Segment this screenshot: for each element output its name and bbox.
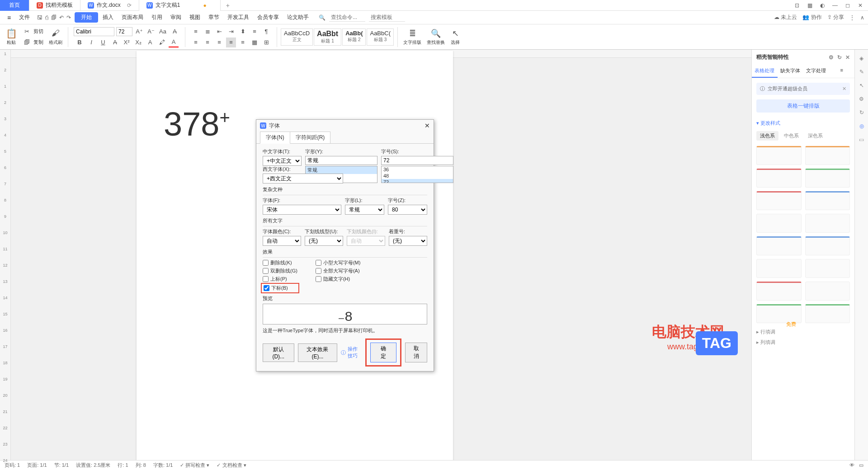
indent-icon[interactable]: ⇥ [226,27,236,37]
text-effect-icon[interactable]: A [145,38,155,47]
view-mode-icon[interactable]: ▭ [859,462,863,468]
style-thumb[interactable] [756,236,802,255]
style-thumb[interactable] [805,236,850,255]
expand-icon[interactable]: ∧ [860,14,864,21]
side-tab-more[interactable]: ≡ [829,65,854,78]
section-col-fill[interactable]: ▸ 列填调 [752,337,854,348]
menu-paper[interactable]: 论文助手 [283,12,312,23]
color-tab-mid[interactable]: 中色系 [780,131,802,141]
cancel-button[interactable]: 取消 [405,343,427,362]
check-smallcaps[interactable]: 小型大写字母(M) [316,259,361,266]
outdent-icon[interactable]: ⇤ [214,27,224,37]
section-change-style[interactable]: ▾ 更改样式 [752,117,854,129]
undo-icon[interactable]: ↶ [59,14,64,21]
menu-layout[interactable]: 页面布局 [118,12,147,23]
superscript-icon[interactable]: X² [122,38,132,47]
style-thumb[interactable] [805,214,850,233]
coop-button[interactable]: 👥 协作 [802,14,821,21]
dialog-close-icon[interactable]: ✕ [425,122,430,129]
clear-format-icon[interactable]: A̶ [170,27,179,37]
font-color-icon[interactable]: A [169,38,179,47]
complex-style-select[interactable]: 常规 [345,205,384,215]
rail-book-icon[interactable]: ▭ [859,136,864,143]
print-preview-icon[interactable]: 🗐 [51,14,57,21]
style-normal[interactable]: AaBbCcD正文 [281,28,313,46]
font-size-select[interactable] [116,27,132,36]
rail-cursor-icon[interactable]: ↖ [859,82,864,89]
ok-button[interactable]: 确定 [370,343,396,362]
style-input[interactable] [305,156,377,165]
distribute-icon[interactable]: ≡ [238,38,248,47]
text-effect-button[interactable]: 文本效果(E)... [298,343,338,362]
refresh-icon[interactable]: ↻ [837,54,842,61]
style-heading3[interactable]: AaBbC(标题 3 [367,28,394,46]
save-icon[interactable]: 🖫 [37,14,42,21]
side-close-icon[interactable]: ✕ [845,54,850,61]
bullets-icon[interactable]: ≡ [191,27,201,37]
menu-vip[interactable]: 会员专享 [254,12,283,23]
status-spell[interactable]: ✓ 拼写检查 ▾ [180,462,209,469]
style-thumb[interactable] [756,214,802,233]
vip-banner[interactable]: ⓘ 立即开通超级会员 ✕ [756,83,850,95]
check-dstrike[interactable]: 双删除线(G) [263,268,297,274]
side-tab-table[interactable]: 表格处理 [752,65,778,78]
borders-icon[interactable]: ⊞ [261,38,271,47]
style-thumb[interactable] [805,282,850,301]
tab-templates[interactable]: D 找稻壳模板 [29,0,80,11]
status-doccheck[interactable]: ✓ 文档检查 ▾ [217,462,246,469]
maximize-icon[interactable]: ◻ [842,0,854,10]
cloud-status[interactable]: ☁ 未上云 [774,14,797,21]
dialog-tab-spacing[interactable]: 字符间距(R) [290,132,331,144]
share-button[interactable]: ⇪ 分享 [827,14,844,21]
gear-icon[interactable]: ⚙ [829,54,834,61]
eye-icon[interactable]: 👁 [849,462,854,468]
menu-file[interactable]: 文件 [15,12,33,23]
style-thumb[interactable] [805,191,850,210]
section-row-fill[interactable]: ▸ 行填调 [752,327,854,337]
new-tab-button[interactable]: + [221,2,235,9]
complex-font-select[interactable]: 宋体 [263,205,341,215]
color-tab-dark[interactable]: 深色系 [804,131,826,141]
rail-target-icon[interactable]: ◎ [859,123,864,129]
style-thumb[interactable] [756,259,802,278]
avatar-icon[interactable]: ◐ [816,0,828,10]
strike-icon[interactable]: A̶ [110,38,120,47]
style-heading1[interactable]: AaBbt标题 1 [314,28,341,46]
select-icon[interactable]: ↖ [450,28,460,38]
check-superscript[interactable]: 上标(P) [263,276,297,282]
cn-font-select[interactable]: +中文正文 [263,156,302,166]
rail-diamond-icon[interactable]: ◈ [859,55,863,61]
en-font-select[interactable]: +西文正文 [263,174,343,183]
redo-icon[interactable]: ↷ [66,14,71,21]
cut-icon[interactable]: ✂ [22,27,32,37]
subscript-icon[interactable]: X₂ [133,38,143,47]
style-thumb[interactable] [756,304,802,323]
tab-home[interactable]: 首页 [0,0,29,11]
menu-insert[interactable]: 插入 [99,12,117,23]
style-thumb[interactable] [805,146,850,165]
style-heading2[interactable]: AaBb(标题 2 [342,28,366,46]
change-case-icon[interactable]: Aa [158,27,168,37]
dialog-tab-font[interactable]: 字体(N) [260,132,290,144]
menu-start[interactable]: 开始 [75,12,98,23]
style-thumb[interactable] [756,146,802,165]
print-icon[interactable]: ⎙ [45,14,48,21]
align-left-icon[interactable]: ≡ [191,38,201,47]
underline-select[interactable]: (无) [305,236,343,246]
banner-close-icon[interactable]: ✕ [842,86,846,92]
search-command-input[interactable] [329,13,365,22]
side-tab-text[interactable]: 文字处理 [803,65,829,78]
tab-close-icon[interactable]: ⟳ [127,2,132,9]
font-color-select[interactable]: 自动 [263,236,301,246]
check-strike[interactable]: 删除线(K) [263,259,297,266]
menu-reference[interactable]: 引用 [148,12,166,23]
text-layout-icon[interactable]: ≣ [407,28,417,38]
one-click-format-button[interactable]: 表格一键排版 [756,99,850,113]
emphasis-select[interactable]: (无) [389,236,427,246]
highlight-icon[interactable]: 🖍 [157,38,167,47]
grow-font-icon[interactable]: A⁺ [134,27,144,37]
align-right-icon[interactable]: ≡ [214,38,224,47]
rail-loop-icon[interactable]: ↻ [859,109,864,116]
badge-icon[interactable]: ⊡ [791,0,803,10]
italic-icon[interactable]: I [86,38,96,47]
